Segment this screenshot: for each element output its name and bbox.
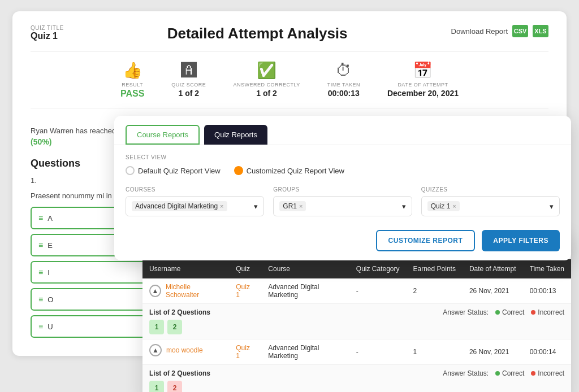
stat-date-of-attempt-label: DATE OF ATTEMPT bbox=[387, 82, 459, 88]
answer-label-a: A bbox=[47, 214, 53, 223]
cell-time-1: 00:00:13 bbox=[523, 278, 571, 304]
expand-button-1[interactable]: ▲ bbox=[149, 285, 161, 297]
courses-select[interactable]: Advanced Digital Marketing × ▾ bbox=[126, 196, 264, 216]
filter-section: SELECT VIEW Default Quiz Report View Cus… bbox=[114, 145, 571, 260]
download-report-label: Download Report bbox=[451, 27, 508, 36]
table-header-row: Username Quiz Course Quiz Category Earne… bbox=[142, 259, 571, 278]
table-row: ▲ Michelle Schowalter Quiz 1 Advanced Di… bbox=[142, 278, 571, 304]
answer-status-1: Answer Status: Correct Incorrect bbox=[413, 308, 564, 316]
radio-customized-label: Customized Quiz Report View bbox=[247, 167, 344, 175]
stat-time-taken-value: 00:00:13 bbox=[327, 89, 360, 98]
cell-course-2: Advanced Digital Marketing bbox=[261, 339, 349, 365]
sub-row-2: List of 2 Questions 1 2 Answer Status: C… bbox=[142, 365, 571, 393]
download-xls-icon[interactable]: XLS bbox=[533, 25, 548, 37]
filter-actions: CUSTOMIZE REPORT APPLY FILTERS bbox=[126, 225, 560, 251]
groups-label: GROUPS bbox=[273, 186, 412, 193]
groups-tag: GR1 × bbox=[279, 201, 306, 211]
download-csv-icon[interactable]: CSV bbox=[512, 25, 528, 37]
question-badges-1: 1 2 bbox=[149, 320, 400, 334]
table-row: ▲ moo woodle Quiz 1 Advanced Digital Mar… bbox=[142, 339, 571, 365]
col-quiz-category: Quiz Category bbox=[349, 259, 407, 278]
radio-default-circle bbox=[126, 166, 135, 175]
answer-label-i: I bbox=[47, 268, 50, 277]
courses-tag: Advanced Digital Marketing × bbox=[132, 201, 227, 211]
stat-answered-correctly-label: ANSWERED CORRECTLY bbox=[233, 82, 300, 88]
tab-course-reports[interactable]: Course Reports bbox=[126, 125, 200, 145]
radio-customized-view[interactable]: Customized Quiz Report View bbox=[234, 166, 344, 175]
col-earned-points: Earned Points bbox=[407, 259, 463, 278]
quizzes-dropdown-arrow: ▾ bbox=[550, 202, 554, 211]
stat-quiz-score-value: 1 of 2 bbox=[171, 89, 206, 98]
q-badge-1-1: 1 bbox=[149, 320, 164, 334]
quizzes-dropdown-group: QUIZZES Quiz 1 × ▾ bbox=[421, 186, 560, 216]
q-badge-2-2: 2 bbox=[167, 381, 182, 392]
quizzes-tag-remove[interactable]: × bbox=[452, 203, 456, 210]
courses-dropdown-group: COURSES Advanced Digital Marketing × ▾ bbox=[126, 186, 264, 216]
stat-quiz-score: 🅰 QUIZ SCORE 1 of 2 bbox=[171, 61, 206, 99]
answer-label-e: E bbox=[47, 241, 53, 250]
groups-select[interactable]: GR1 × ▾ bbox=[273, 196, 412, 216]
cell-date-1: 26 Nov, 2021 bbox=[463, 278, 523, 304]
stat-result: 👍 RESULT PASS bbox=[120, 61, 144, 99]
quizzes-tag-value: Quiz 1 bbox=[431, 202, 451, 210]
correct-dot-2 bbox=[495, 371, 500, 376]
header-row: QUIZ TITLE Quiz 1 Detailed Attempt Analy… bbox=[31, 25, 548, 42]
radio-default-label: Default Quiz Report View bbox=[138, 167, 221, 175]
quiz-link-2[interactable]: Quiz 1 bbox=[236, 344, 250, 360]
col-course: Course bbox=[261, 259, 349, 278]
courses-tag-remove[interactable]: × bbox=[220, 203, 223, 210]
courses-label: COURSES bbox=[126, 186, 264, 193]
page-title: Detailed Attempt Analysis bbox=[64, 25, 451, 42]
question-badges-2: 1 2 bbox=[149, 381, 400, 392]
customize-report-button[interactable]: CUSTOMIZE REPORT bbox=[376, 230, 476, 251]
tab-quiz-reports[interactable]: Quiz Reports bbox=[204, 125, 267, 145]
correct-dot-1 bbox=[495, 310, 500, 315]
dropdowns-row: COURSES Advanced Digital Marketing × ▾ G… bbox=[126, 186, 560, 216]
q-badge-1-2: 2 bbox=[167, 320, 182, 334]
incorrect-dot-1 bbox=[531, 310, 535, 315]
date-of-attempt-icon: 📅 bbox=[387, 61, 459, 80]
tabs-row: Course Reports Quiz Reports bbox=[114, 116, 571, 145]
cell-expand-2: ▲ moo woodle bbox=[142, 339, 229, 361]
answer-status-2: Answer Status: Correct Incorrect bbox=[413, 369, 564, 377]
sub-row-1: List of 2 Questions 1 2 Answer Status: C… bbox=[142, 304, 571, 339]
courses-dropdown-arrow: ▾ bbox=[254, 202, 258, 211]
apply-filters-button[interactable]: APPLY FILTERS bbox=[482, 230, 560, 251]
expand-button-2[interactable]: ▲ bbox=[149, 344, 162, 356]
cell-quiz-2: Quiz 1 bbox=[229, 339, 261, 365]
questions-list-label-1: List of 2 Questions bbox=[149, 308, 400, 316]
questions-list-label-2: List of 2 Questions bbox=[149, 369, 400, 377]
quizzes-select[interactable]: Quiz 1 × ▾ bbox=[421, 196, 560, 216]
groups-tag-value: GR1 bbox=[283, 202, 297, 210]
cell-quiz-1: Quiz 1 bbox=[229, 278, 261, 304]
stat-answered-correctly: ✅ ANSWERED CORRECTLY 1 of 2 bbox=[233, 61, 300, 99]
radio-row: Default Quiz Report View Customized Quiz… bbox=[126, 166, 560, 175]
answer-label-u: U bbox=[47, 323, 53, 331]
radio-default-view[interactable]: Default Quiz Report View bbox=[126, 166, 221, 175]
groups-dropdown-arrow: ▾ bbox=[402, 202, 406, 211]
username-1[interactable]: Michelle Schowalter bbox=[166, 283, 222, 299]
col-quiz: Quiz bbox=[229, 259, 261, 278]
quizzes-tag: Quiz 1 × bbox=[427, 201, 460, 211]
answer-status-label-1: Answer Status: bbox=[443, 308, 489, 316]
answer-label-o: O bbox=[47, 295, 53, 304]
result-icon: 👍 bbox=[120, 61, 144, 80]
quiz-link-1[interactable]: Quiz 1 bbox=[236, 283, 250, 299]
cell-time-2: 00:00:14 bbox=[523, 339, 571, 365]
quiz-title-label: QUIZ TITLE bbox=[31, 25, 64, 31]
q-badge-2-1: 1 bbox=[149, 381, 164, 392]
lines-icon: ≡ bbox=[38, 241, 43, 250]
stat-result-value: PASS bbox=[120, 89, 144, 99]
cell-category-2: - bbox=[349, 339, 407, 365]
groups-tag-remove[interactable]: × bbox=[299, 203, 303, 210]
stat-time-taken: ⏱ TIME TAKEN 00:00:13 bbox=[327, 61, 360, 99]
stat-date-of-attempt-value: December 20, 2021 bbox=[387, 89, 459, 98]
sub-cell-status-1: Answer Status: Correct Incorrect bbox=[407, 304, 571, 339]
correct-indicator-2: Correct bbox=[495, 369, 524, 377]
overlay-filter-card: Course Reports Quiz Reports SELECT VIEW … bbox=[114, 116, 571, 260]
username-2[interactable]: moo woodle bbox=[166, 346, 203, 354]
col-time-taken: Time Taken bbox=[523, 259, 571, 278]
time-taken-icon: ⏱ bbox=[327, 61, 360, 80]
sub-cell-questions-1: List of 2 Questions 1 2 bbox=[142, 304, 407, 339]
courses-tag-value: Advanced Digital Marketing bbox=[135, 202, 218, 210]
